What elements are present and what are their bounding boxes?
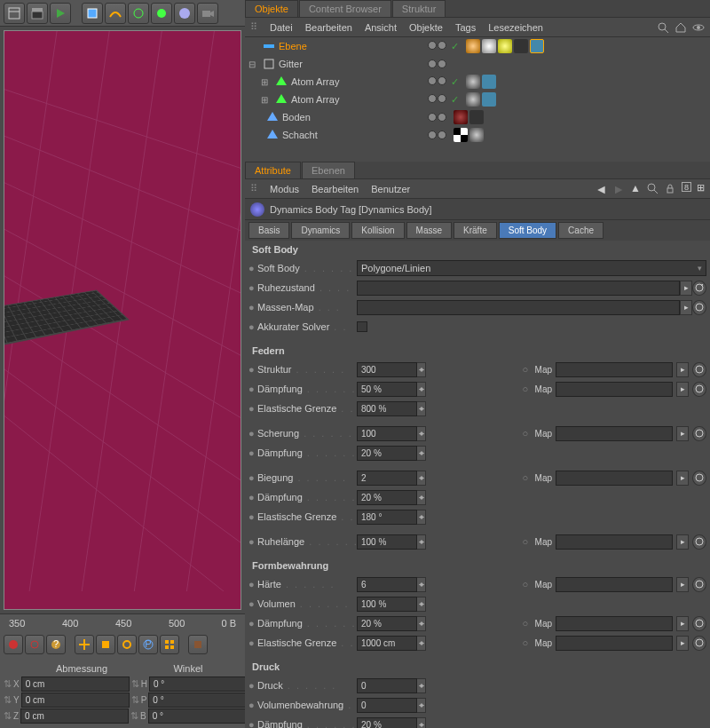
tab-objekte[interactable]: Objekte bbox=[245, 0, 298, 17]
tag-comp[interactable] bbox=[514, 39, 528, 53]
nav-fwd-icon[interactable]: ► bbox=[612, 182, 625, 196]
auto-btn[interactable]: ? bbox=[46, 635, 66, 654]
cam-btn[interactable] bbox=[197, 3, 218, 24]
input-x[interactable] bbox=[21, 677, 130, 692]
menu-benutzer[interactable]: Benutzer bbox=[371, 184, 410, 194]
biegung-e-input[interactable] bbox=[357, 510, 417, 525]
struktur-d-spinner[interactable] bbox=[417, 382, 426, 397]
input-z[interactable] bbox=[20, 708, 129, 724]
biegung-e-spinner[interactable] bbox=[417, 510, 426, 525]
subtab-softbody[interactable]: Soft Body bbox=[499, 222, 556, 239]
struktur-map-input[interactable] bbox=[556, 362, 673, 377]
tab-ebenen[interactable]: Ebenen bbox=[302, 162, 355, 178]
form-e-map-input[interactable] bbox=[556, 636, 673, 651]
form-d-map-input[interactable] bbox=[556, 616, 673, 631]
input-p[interactable] bbox=[148, 692, 256, 708]
biegung-input[interactable] bbox=[357, 471, 417, 486]
rot-btn[interactable] bbox=[117, 635, 137, 654]
move-btn[interactable] bbox=[75, 635, 94, 654]
deformer-btn[interactable] bbox=[151, 3, 172, 24]
massenmap-input[interactable] bbox=[357, 300, 680, 315]
key-btn[interactable] bbox=[25, 635, 44, 654]
tag-a2-dyn[interactable] bbox=[482, 92, 496, 107]
rec-btn[interactable] bbox=[4, 635, 23, 654]
home-icon[interactable] bbox=[674, 21, 687, 34]
env-btn[interactable] bbox=[174, 3, 195, 24]
search-icon[interactable] bbox=[657, 21, 669, 34]
tab-content-browser[interactable]: Content Browser bbox=[299, 0, 391, 17]
form-e-spinner[interactable] bbox=[417, 636, 426, 651]
subtab-dynamics[interactable]: Dynamics bbox=[291, 222, 350, 239]
menu-bearbeiten2[interactable]: Bearbeiten bbox=[312, 184, 359, 194]
struktur-map-pick[interactable] bbox=[692, 362, 706, 377]
cube-btn[interactable] bbox=[82, 3, 103, 24]
subtab-kraefte[interactable]: Kräfte bbox=[454, 222, 497, 239]
tag-a1-dyn[interactable] bbox=[482, 75, 496, 89]
struktur-e-input[interactable] bbox=[357, 401, 417, 416]
struktur-d-map-menu[interactable]: ▸ bbox=[676, 382, 689, 397]
tag-s-tex[interactable] bbox=[469, 128, 484, 142]
biegung-map-menu[interactable]: ▸ bbox=[676, 471, 689, 486]
obj-row-schacht[interactable]: Schacht bbox=[245, 126, 710, 144]
form-e-map-pick[interactable] bbox=[692, 636, 706, 651]
scherung-d-spinner[interactable] bbox=[417, 446, 426, 461]
struktur-e-spinner[interactable] bbox=[417, 401, 426, 416]
biegung-spinner[interactable] bbox=[417, 471, 426, 486]
scherung-input[interactable] bbox=[357, 426, 417, 441]
menu-tags[interactable]: Tags bbox=[455, 22, 476, 33]
menu-datei[interactable]: Datei bbox=[270, 22, 293, 33]
biegung-map-pick[interactable] bbox=[692, 471, 706, 486]
tag-a2-tex[interactable] bbox=[466, 92, 480, 107]
scherung-map-pick[interactable] bbox=[692, 426, 706, 441]
input-b[interactable] bbox=[148, 708, 256, 724]
new-icon[interactable]: 8 bbox=[682, 182, 691, 192]
druck-input[interactable] bbox=[357, 678, 417, 693]
ruhe-pick[interactable] bbox=[692, 281, 706, 296]
input-y[interactable] bbox=[21, 692, 130, 708]
nav-up-icon[interactable]: ▲ bbox=[630, 182, 641, 196]
ruhelaenge-input[interactable] bbox=[357, 534, 417, 550]
input-h[interactable] bbox=[149, 677, 257, 692]
struktur-d-input[interactable] bbox=[357, 382, 417, 397]
tag-tex3[interactable] bbox=[498, 39, 512, 53]
obj-row-ebene[interactable]: Ebene ✓ bbox=[245, 37, 710, 55]
druck-d-spinner[interactable] bbox=[417, 717, 426, 729]
form-d-input[interactable] bbox=[357, 616, 417, 631]
biegung-d-input[interactable] bbox=[357, 490, 417, 505]
obj-row-boden[interactable]: Boden bbox=[245, 108, 710, 126]
tag-tex2[interactable] bbox=[482, 39, 496, 53]
softbody-dropdown[interactable]: Polygone/Linien bbox=[357, 260, 706, 276]
ruhezustand-input[interactable] bbox=[357, 281, 680, 296]
tag-dyn[interactable] bbox=[530, 39, 544, 53]
obj-row-atom2[interactable]: ⊞ Atom Array ✓ bbox=[245, 91, 710, 108]
tag-tex1[interactable] bbox=[466, 39, 480, 53]
druck-spinner[interactable] bbox=[417, 678, 426, 693]
spline-btn[interactable] bbox=[105, 3, 126, 24]
subtab-kollision[interactable]: Kollision bbox=[351, 222, 404, 239]
biegung-map-input[interactable] bbox=[556, 471, 673, 486]
form-d-map-menu[interactable]: ▸ bbox=[676, 616, 689, 631]
grid-btn[interactable] bbox=[160, 635, 179, 654]
scale-btn[interactable] bbox=[96, 635, 115, 654]
ruhelaenge-map-input[interactable] bbox=[556, 534, 673, 550]
tab-attribute[interactable]: Attribute bbox=[245, 162, 301, 178]
akkurater-checkbox[interactable] bbox=[357, 321, 367, 332]
obj-row-gitter[interactable]: ⊟ Gitter bbox=[245, 55, 710, 73]
massen-menu[interactable]: ▸ bbox=[680, 300, 692, 315]
viewport[interactable] bbox=[4, 30, 241, 610]
generator-btn[interactable] bbox=[128, 3, 149, 24]
form-d-spinner[interactable] bbox=[417, 616, 426, 631]
obj-row-atom1[interactable]: ⊞ Atom Array ✓ bbox=[245, 73, 710, 91]
tool-btn-2[interactable] bbox=[27, 3, 48, 24]
volumen-spinner[interactable] bbox=[417, 597, 426, 612]
struktur-d-map-pick[interactable] bbox=[692, 382, 706, 397]
eye-icon[interactable] bbox=[692, 21, 705, 34]
subtab-masse[interactable]: Masse bbox=[406, 222, 452, 239]
form-d-map-pick[interactable] bbox=[692, 616, 706, 631]
scherung-map-menu[interactable]: ▸ bbox=[676, 426, 689, 441]
subtab-basis[interactable]: Basis bbox=[248, 222, 289, 239]
lock-icon[interactable] bbox=[664, 182, 676, 194]
volbew-input[interactable] bbox=[357, 698, 417, 713]
struktur-input[interactable] bbox=[357, 362, 417, 377]
expand-icon[interactable]: ⊞ bbox=[697, 182, 705, 196]
